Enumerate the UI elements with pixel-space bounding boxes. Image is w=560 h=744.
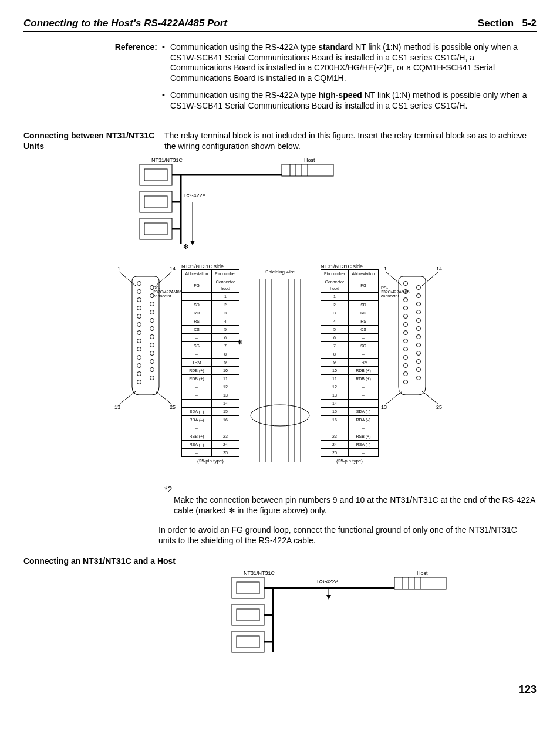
section-connecting-nt-host: Connecting an NT31/NT31C and a Host — [23, 556, 537, 566]
svg-text:1: 1 — [384, 266, 387, 272]
svg-text:✻: ✻ — [183, 243, 188, 250]
right-connector-outline: 1 14 13 25 — [381, 263, 446, 412]
svg-point-88 — [417, 360, 421, 364]
svg-point-82 — [417, 310, 421, 314]
svg-point-30 — [137, 314, 141, 319]
svg-line-24 — [119, 272, 136, 286]
svg-point-75 — [404, 356, 408, 360]
svg-point-35 — [137, 356, 141, 360]
svg-text:RS-422A: RS-422A — [184, 192, 206, 198]
svg-point-46 — [150, 343, 154, 347]
section-heading: Connecting between NT31/NT31C Units — [23, 131, 164, 151]
section-connecting-units: Connecting between NT31/NT31C Units The … — [23, 131, 537, 151]
pin-diagram: 1 14 13 25 NT31/NT31C side AbbreviationP… — [23, 263, 537, 476]
svg-rect-99 — [237, 609, 259, 621]
footnote-2: *2 Make the connection between pin numbe… — [164, 484, 537, 516]
svg-point-28 — [137, 298, 141, 302]
svg-point-84 — [417, 327, 421, 331]
svg-text:25: 25 — [436, 404, 442, 410]
svg-point-73 — [404, 339, 408, 343]
left-pin-table: NT31/NT31C side AbbreviationPin numberFG… — [181, 263, 239, 464]
reference-bullet: •Communication using the RS-422A type st… — [162, 42, 537, 83]
page-header: Connecting to the Host's RS-422A/485 Por… — [23, 18, 537, 32]
svg-point-85 — [417, 335, 421, 339]
wiring-middle: Shielding wire ✻ — [242, 263, 318, 476]
svg-point-87 — [417, 351, 421, 356]
svg-rect-97 — [237, 582, 259, 594]
svg-text:14: 14 — [170, 266, 176, 272]
svg-point-81 — [417, 302, 421, 306]
svg-text:NT31/NT31C: NT31/NT31C — [151, 157, 183, 163]
svg-point-68 — [404, 298, 408, 302]
reference-label: Reference: — [93, 42, 162, 118]
svg-point-71 — [404, 323, 408, 327]
svg-point-29 — [137, 306, 141, 310]
svg-point-90 — [417, 376, 421, 380]
svg-point-83 — [417, 319, 421, 323]
svg-point-38 — [137, 380, 141, 384]
svg-line-25 — [156, 272, 172, 286]
section-body: The relay terminal block is not included… — [164, 131, 537, 151]
svg-point-41 — [150, 302, 154, 306]
svg-point-48 — [150, 360, 154, 364]
svg-line-65 — [422, 272, 438, 286]
svg-point-33 — [137, 339, 141, 343]
svg-rect-6 — [144, 223, 167, 235]
svg-point-70 — [404, 314, 408, 319]
fg-loop-paragraph: In order to avoid an FG ground loop, con… — [158, 525, 537, 546]
svg-point-78 — [404, 380, 408, 384]
svg-text:1: 1 — [117, 266, 120, 272]
right-pin-table: NT31/NT31C side Pin numberAbbreviationCo… — [321, 263, 379, 464]
reference-bullet: •Communication using the RS-422A type hi… — [162, 90, 537, 111]
topology-svg: NT31/NT31C Host RS-422A ✻ — [134, 156, 357, 256]
svg-point-50 — [150, 376, 154, 380]
svg-marker-114 — [326, 595, 331, 600]
svg-point-66 — [404, 282, 408, 286]
svg-point-76 — [404, 364, 408, 368]
svg-point-37 — [137, 372, 141, 376]
svg-point-32 — [137, 331, 141, 335]
reference-block: Reference: •Communication using the RS-4… — [93, 42, 537, 118]
reference-bullets: •Communication using the RS-422A type st… — [162, 42, 537, 118]
svg-text:Host: Host — [304, 157, 315, 163]
svg-line-53 — [119, 391, 136, 404]
svg-point-27 — [137, 290, 141, 294]
svg-point-44 — [150, 327, 154, 331]
svg-rect-4 — [144, 196, 167, 208]
header-title: Connecting to the Host's RS-422A/485 Por… — [23, 18, 227, 29]
svg-point-69 — [404, 306, 408, 310]
svg-point-43 — [150, 319, 154, 323]
svg-point-49 — [150, 368, 154, 372]
svg-point-42 — [150, 310, 154, 314]
svg-point-80 — [417, 294, 421, 298]
svg-line-94 — [422, 391, 438, 404]
svg-point-34 — [137, 347, 141, 351]
svg-point-67 — [404, 290, 408, 294]
svg-line-64 — [386, 272, 402, 286]
nt-host-diagram: NT31/NT31C Host RS-422A — [229, 569, 537, 665]
topology-diagram: NT31/NT31C Host RS-422A ✻ — [134, 156, 537, 258]
svg-point-72 — [404, 331, 408, 335]
svg-text:13: 13 — [381, 404, 387, 410]
svg-point-79 — [417, 286, 421, 290]
svg-marker-19 — [190, 241, 195, 245]
svg-point-86 — [417, 343, 421, 347]
svg-text:14: 14 — [436, 266, 442, 272]
svg-rect-2 — [144, 169, 167, 181]
svg-point-26 — [137, 282, 141, 286]
svg-text:RS-422A: RS-422A — [317, 579, 339, 584]
svg-point-45 — [150, 335, 154, 339]
svg-point-77 — [404, 372, 408, 376]
svg-rect-101 — [237, 636, 259, 648]
svg-point-36 — [137, 364, 141, 368]
page-number: 123 — [23, 684, 537, 696]
svg-line-93 — [386, 391, 402, 404]
header-section: Section 5-2 — [478, 18, 537, 29]
svg-point-47 — [150, 351, 154, 356]
svg-point-31 — [137, 323, 141, 327]
svg-point-89 — [417, 368, 421, 372]
svg-text:NT31/NT31C: NT31/NT31C — [244, 570, 275, 576]
svg-point-74 — [404, 347, 408, 351]
svg-text:Host: Host — [417, 570, 428, 576]
svg-text:13: 13 — [114, 404, 120, 410]
